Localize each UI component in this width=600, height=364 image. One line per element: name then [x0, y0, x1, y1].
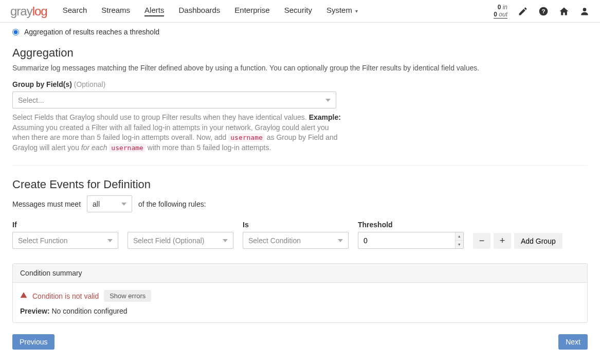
- threshold-step-up[interactable]: ▲: [456, 232, 463, 241]
- throughput-indicator[interactable]: 0 in 0 out: [494, 4, 507, 19]
- if-column: If Select Function: [12, 221, 118, 249]
- rule-actions: − + Add Group: [473, 233, 562, 249]
- help-em-foreach: for each: [81, 143, 107, 152]
- chevron-down-icon: [107, 239, 113, 242]
- svg-point-2: [583, 8, 587, 11]
- group-by-label: Group by Field(s) (Optional): [12, 80, 588, 88]
- nav-security[interactable]: Security: [284, 6, 312, 16]
- function-select[interactable]: Select Function: [12, 232, 118, 249]
- help-line4: with more than 5 failed log-in attempts.: [146, 143, 271, 152]
- combiner-value: all: [93, 200, 100, 208]
- chevron-down-icon: ▾: [355, 8, 358, 14]
- is-label: Is: [243, 221, 349, 229]
- error-line: Condition is not valid Show errors: [20, 290, 580, 302]
- condition-summary-header: Condition summary: [13, 264, 587, 283]
- field-column: Select Field (Optional): [128, 221, 233, 249]
- condition-summary-body: Condition is not valid Show errors Previ…: [13, 283, 587, 322]
- error-text: Condition is not valid: [32, 292, 99, 300]
- condition-placeholder: Select Condition: [248, 236, 301, 245]
- chevron-down-icon: [121, 203, 126, 206]
- condition-summary-panel: Condition summary Condition is not valid…: [12, 263, 588, 323]
- nav-alerts[interactable]: Alerts: [144, 6, 164, 16]
- preview-line: Preview: No condition configured: [20, 307, 580, 315]
- nav-search[interactable]: Search: [63, 6, 87, 16]
- nav-enterprise[interactable]: Enterprise: [234, 6, 269, 16]
- chevron-down-icon: [325, 99, 331, 102]
- aggregation-heading: Aggregation: [12, 46, 588, 60]
- previous-button[interactable]: Previous: [12, 334, 54, 350]
- logo-gray: gray: [10, 4, 32, 18]
- must-meet-post: of the following rules:: [138, 200, 206, 208]
- rules-combiner-line: Messages must meet all of the following …: [12, 195, 588, 212]
- throughput-in-label: in: [503, 4, 507, 11]
- chevron-down-icon: [223, 239, 228, 242]
- throughput-out-num: 0: [494, 11, 497, 18]
- threshold-label: Threshold: [358, 221, 464, 229]
- threshold-spinner: ▲ ▼: [455, 232, 463, 248]
- preview-text: No condition configured: [51, 307, 127, 315]
- nav-system[interactable]: System ▾: [326, 6, 358, 16]
- top-navbar: graylog Search Streams Alerts Dashboards…: [0, 0, 600, 23]
- create-events-heading: Create Events for Definition: [12, 178, 588, 191]
- main-content: Aggregation of results reaches a thresho…: [0, 23, 600, 364]
- show-errors-button[interactable]: Show errors: [104, 290, 151, 302]
- group-by-placeholder: Select...: [18, 96, 44, 104]
- help-code-username-1: username: [228, 133, 265, 142]
- optional-tag: (Optional): [74, 80, 105, 88]
- aggregation-radio-row: Aggregation of results reaches a thresho…: [12, 28, 588, 36]
- rule-row: If Select Function Select Field (Optiona…: [12, 221, 588, 249]
- threshold-step-down[interactable]: ▼: [456, 241, 463, 248]
- throughput-out-label: out: [499, 11, 507, 18]
- home-icon[interactable]: [559, 6, 569, 16]
- user-icon[interactable]: [579, 6, 590, 16]
- add-group-button[interactable]: Add Group: [514, 233, 562, 249]
- must-meet-pre: Messages must meet: [12, 200, 81, 208]
- threshold-column: Threshold ▲ ▼: [358, 221, 464, 249]
- warning-icon: [20, 292, 27, 300]
- separator: [12, 165, 588, 166]
- nav-system-label: System: [326, 6, 352, 14]
- field-placeholder: Select Field (Optional): [133, 236, 205, 245]
- aggregation-threshold-radio[interactable]: [12, 29, 19, 35]
- remove-rule-button[interactable]: −: [473, 233, 490, 249]
- nav-right: 0 in 0 out ?: [494, 4, 590, 19]
- is-column: Is Select Condition: [243, 221, 349, 249]
- add-rule-button[interactable]: +: [494, 233, 511, 249]
- chevron-down-icon: [338, 239, 343, 242]
- help-icon[interactable]: ?: [538, 6, 549, 16]
- field-select[interactable]: Select Field (Optional): [128, 232, 233, 249]
- logo-red: log: [32, 4, 47, 18]
- group-by-label-text: Group by Field(s): [12, 80, 72, 88]
- group-by-select[interactable]: Select...: [12, 92, 336, 108]
- nav-items: Search Streams Alerts Dashboards Enterpr…: [63, 6, 358, 16]
- aggregation-description: Summarize log messages matching the Filt…: [12, 64, 588, 72]
- preview-label: Preview:: [20, 307, 50, 315]
- svg-text:?: ?: [541, 8, 545, 14]
- nav-dashboards[interactable]: Dashboards: [178, 6, 220, 16]
- combiner-select[interactable]: all: [87, 195, 132, 212]
- logo[interactable]: graylog: [10, 4, 47, 19]
- function-placeholder: Select Function: [18, 236, 68, 245]
- if-label: If: [12, 221, 118, 229]
- threshold-input-wrapper: ▲ ▼: [358, 232, 464, 249]
- condition-select[interactable]: Select Condition: [243, 232, 349, 249]
- field-label-empty: [128, 221, 233, 229]
- aggregation-radio-label: Aggregation of results reaches a thresho…: [24, 28, 159, 36]
- wizard-buttons: Previous Next: [12, 334, 588, 350]
- throughput-in-num: 0: [498, 4, 501, 11]
- next-button[interactable]: Next: [558, 334, 588, 350]
- help-example-kw: Example:: [309, 113, 341, 121]
- scratchpad-icon[interactable]: [518, 6, 528, 16]
- group-by-help: Select Fields that Graylog should use to…: [12, 113, 341, 153]
- threshold-input[interactable]: [358, 236, 455, 245]
- help-pre: Select Fields that Graylog should use to…: [12, 113, 309, 121]
- nav-streams[interactable]: Streams: [101, 6, 130, 16]
- help-code-username-2: username: [109, 143, 146, 152]
